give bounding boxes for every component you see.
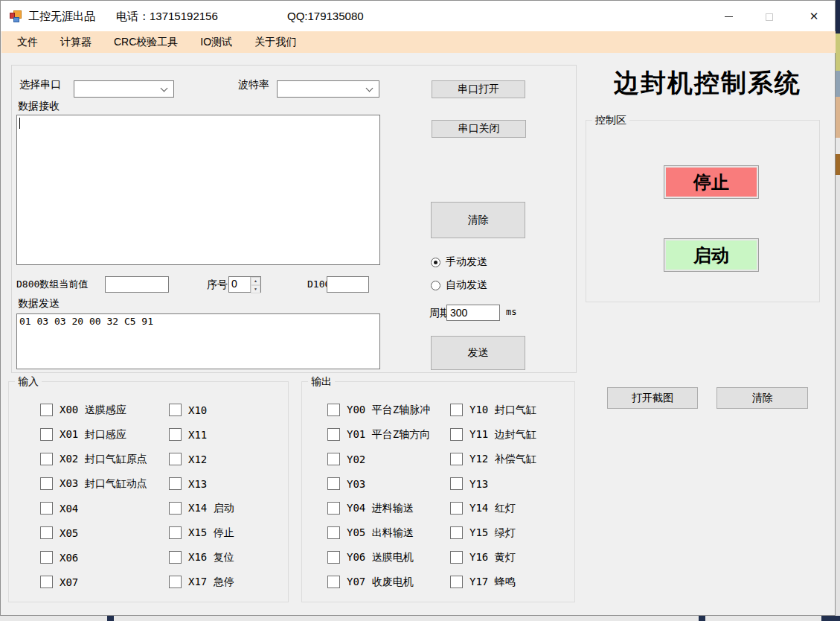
checkbox[interactable] xyxy=(40,502,53,515)
auto-send-radio[interactable]: 自动发送 xyxy=(431,279,487,291)
checkbox-label: X15 停止 xyxy=(188,526,234,540)
radio-selected-icon xyxy=(431,258,440,267)
checkbox[interactable] xyxy=(327,404,340,416)
checkbox[interactable] xyxy=(450,551,463,564)
minimize-icon xyxy=(725,16,733,17)
background-window-sliver xyxy=(835,71,840,97)
output-checkbox-row: Y12 补偿气缸 xyxy=(450,452,536,466)
select-port-label: 选择串口 xyxy=(19,76,61,93)
checkbox[interactable] xyxy=(450,453,463,465)
checkbox[interactable] xyxy=(169,526,182,539)
title-bar: 工控无涯出品 电话：13715192156 QQ:179135080 ✕ xyxy=(1,1,835,31)
checkbox[interactable] xyxy=(40,526,53,539)
checkbox[interactable] xyxy=(450,404,463,416)
output-checkbox-row: Y17 蜂鸣 xyxy=(450,575,536,589)
checkbox[interactable] xyxy=(327,526,340,539)
checkbox[interactable] xyxy=(40,551,53,564)
period-unit-label: ms xyxy=(506,307,516,317)
control-groupbox: 控制区 停止 启动 xyxy=(586,120,820,302)
send-button[interactable]: 发送 xyxy=(431,336,525,370)
menu-item[interactable]: 计算器 xyxy=(49,31,103,53)
index-stepper[interactable]: 0 ▲ ▼ xyxy=(228,276,261,293)
d800-field[interactable] xyxy=(105,276,169,293)
open-screenshot-button[interactable]: 打开截图 xyxy=(607,387,698,409)
checkbox[interactable] xyxy=(450,502,463,515)
checkbox[interactable] xyxy=(40,477,53,490)
stepper-up-icon[interactable]: ▲ xyxy=(251,277,260,285)
stop-button[interactable]: 停止 xyxy=(664,165,759,199)
clear-control-button[interactable]: 清除 xyxy=(716,387,808,409)
checkbox[interactable] xyxy=(169,551,182,564)
manual-send-radio[interactable]: 手动发送 xyxy=(431,256,487,268)
d100-field[interactable] xyxy=(327,276,369,293)
checkbox[interactable] xyxy=(327,551,340,564)
checkbox-label: Y05 出料输送 xyxy=(347,526,414,540)
inputs-column-2: X10 X11 X12 X13 xyxy=(169,403,234,599)
maximize-button[interactable] xyxy=(748,1,790,31)
checkbox-label: X06 xyxy=(60,552,78,564)
checkbox[interactable] xyxy=(169,502,182,515)
input-checkbox-row: X00 送膜感应 xyxy=(40,403,147,417)
clear-receive-button[interactable]: 清除 xyxy=(431,202,525,238)
baud-rate-select[interactable] xyxy=(277,80,379,98)
checkbox-label: X04 xyxy=(60,503,78,515)
chevron-down-icon xyxy=(161,85,168,92)
radio-unselected-icon xyxy=(431,281,440,290)
checkbox[interactable] xyxy=(450,428,463,441)
send-area-label: 数据发送 xyxy=(18,297,60,310)
checkbox[interactable] xyxy=(327,477,340,490)
checkbox[interactable] xyxy=(169,576,182,588)
window-title-phone: 电话：13715192156 xyxy=(116,1,218,31)
desktop: 工控无涯出品 电话：13715192156 QQ:179135080 ✕ 文件计… xyxy=(0,0,840,621)
checkbox-label: Y11 边封气缸 xyxy=(469,428,536,442)
checkbox[interactable] xyxy=(450,526,463,539)
background-window-sliver xyxy=(835,0,840,34)
checkbox[interactable] xyxy=(450,576,463,588)
checkbox[interactable] xyxy=(169,453,182,465)
menu-item[interactable]: CRC校验工具 xyxy=(103,31,189,53)
serial-port-select[interactable] xyxy=(74,80,174,98)
menu-item[interactable]: 文件 xyxy=(6,31,49,53)
output-checkbox-row: Y00 平台Z轴脉冲 xyxy=(327,403,430,417)
open-port-button[interactable]: 串口打开 xyxy=(432,80,525,98)
checkbox[interactable] xyxy=(169,404,182,416)
input-checkbox-row: X12 xyxy=(169,452,234,466)
minimize-button[interactable] xyxy=(708,1,749,31)
menu-item[interactable]: 关于我们 xyxy=(243,31,307,53)
checkbox[interactable] xyxy=(40,576,53,588)
send-textarea[interactable]: 01 03 03 20 00 32 C5 91 xyxy=(16,313,380,369)
checkbox-label: X05 xyxy=(60,527,78,539)
receive-textarea[interactable] xyxy=(16,115,380,265)
close-port-button[interactable]: 串口关闭 xyxy=(432,120,526,138)
outputs-column-1: Y00 平台Z轴脉冲 Y01 平台Z轴方向 Y02 Y03 xyxy=(327,403,430,599)
input-checkbox-row: X15 停止 xyxy=(169,526,234,540)
checkbox[interactable] xyxy=(169,477,182,490)
background-window-sliver xyxy=(835,34,840,71)
output-checkbox-row: Y05 出料输送 xyxy=(327,526,430,540)
period-field[interactable] xyxy=(446,305,500,321)
input-checkbox-row: X04 xyxy=(40,501,147,515)
app-icon xyxy=(10,10,22,22)
background-window-sliver xyxy=(835,175,840,616)
stepper-down-icon[interactable]: ▼ xyxy=(251,285,260,293)
background-window-edge xyxy=(107,616,114,621)
checkbox[interactable] xyxy=(327,453,340,465)
checkbox[interactable] xyxy=(40,428,53,441)
checkbox[interactable] xyxy=(327,576,340,588)
start-button[interactable]: 启动 xyxy=(664,238,759,272)
input-checkbox-row: X10 xyxy=(169,403,234,417)
checkbox-label: Y10 封口气缸 xyxy=(469,404,536,417)
checkbox[interactable] xyxy=(40,453,53,465)
checkbox[interactable] xyxy=(327,502,340,515)
checkbox-label: X10 xyxy=(188,404,207,416)
checkbox-label: Y00 平台Z轴脉冲 xyxy=(347,404,430,417)
checkbox[interactable] xyxy=(40,404,53,416)
background-window-edge xyxy=(821,616,840,621)
checkbox[interactable] xyxy=(169,428,182,441)
checkbox[interactable] xyxy=(327,428,340,441)
checkbox[interactable] xyxy=(450,477,463,490)
outputs-group-label: 输出 xyxy=(308,375,335,387)
checkbox-label: X03 封口气缸动点 xyxy=(60,477,147,491)
close-button[interactable]: ✕ xyxy=(793,1,835,31)
menu-item[interactable]: IO测试 xyxy=(189,31,243,53)
